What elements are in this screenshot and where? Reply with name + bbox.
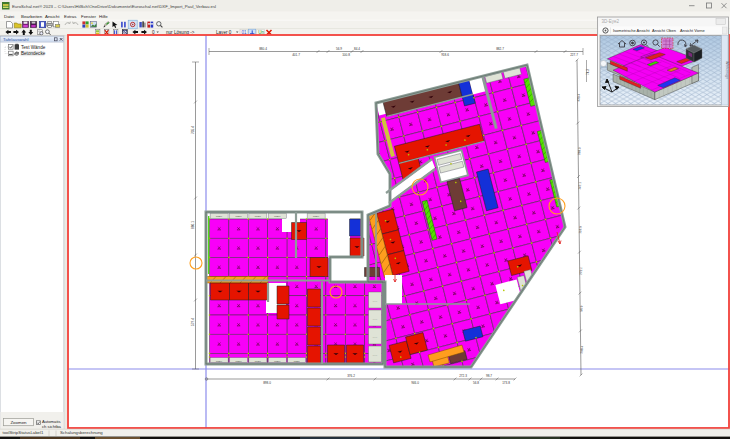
svg-text:Ansicht Vorne: Ansicht Vorne [680, 28, 705, 33]
svg-text:EuroSchal.net® 2023 – C:\Use: EuroSchal.net® 2023 – C:\Users\HilSch\On… [12, 4, 216, 9]
svg-text:ch sichtba: ch sichtba [42, 424, 62, 429]
svg-text:173.8: 173.8 [502, 381, 510, 385]
svg-text:880.1: 880.1 [191, 221, 195, 229]
svg-text:nur Lösung ->: nur Lösung -> [166, 30, 195, 35]
svg-text:Datei: Datei [4, 14, 14, 19]
svg-text:L03xx: L03xx [313, 215, 320, 217]
svg-text:3D-Eye2: 3D-Eye2 [602, 19, 620, 24]
svg-text:116.9: 116.9 [578, 226, 583, 234]
svg-text:Bearbeiten: Bearbeiten [21, 14, 43, 19]
svg-text:84.4: 84.4 [354, 47, 360, 51]
svg-text:376.2: 376.2 [347, 374, 355, 378]
svg-text:L03xx: L03xx [255, 215, 262, 217]
svg-text:Zoomen: Zoomen [10, 420, 27, 425]
svg-text:Werkzeuge: Werkzeuge [725, 61, 729, 79]
svg-text:——: —— [373, 336, 378, 339]
svg-text:Tafelauswahl: Tafelauswahl [3, 37, 28, 42]
svg-text:882.7: 882.7 [496, 47, 504, 51]
svg-text:918.6: 918.6 [441, 53, 449, 57]
svg-text:56.9: 56.9 [336, 47, 342, 51]
svg-text:880.4: 880.4 [259, 47, 267, 51]
svg-text:——: —— [373, 300, 378, 303]
svg-text:L03xx: L03xx [294, 360, 301, 362]
svg-text:——: —— [373, 318, 378, 321]
svg-text:56.8: 56.8 [473, 381, 479, 385]
svg-text:0: 0 [152, 30, 155, 35]
svg-text:Automatis: Automatis [42, 419, 61, 424]
svg-text:100.8: 100.8 [342, 53, 350, 57]
svg-text:401.7: 401.7 [292, 53, 300, 57]
svg-text:Ansicht: Ansicht [45, 14, 60, 19]
svg-text:272.3: 272.3 [459, 374, 467, 378]
svg-text:439.4: 439.4 [576, 93, 581, 101]
svg-text:227.7: 227.7 [570, 53, 578, 57]
svg-text:L03xx: L03xx [274, 360, 281, 362]
svg-text:L03xx: L03xx [255, 360, 262, 362]
svg-text:273.1: 273.1 [579, 267, 584, 275]
svg-text:L03xx: L03xx [235, 215, 242, 217]
svg-text:142.1: 142.1 [578, 182, 583, 190]
svg-text:Extras: Extras [64, 14, 77, 19]
svg-text:705.4: 705.4 [191, 126, 195, 134]
svg-text:L03xx: L03xx [235, 360, 242, 362]
svg-text:Schalungsberechnung: Schalungsberechnung [60, 430, 103, 435]
svg-text:74.3: 74.3 [586, 69, 590, 75]
svg-text:Fenster: Fenster [81, 14, 96, 19]
svg-text:——: —— [373, 354, 378, 357]
svg-text:L03xx: L03xx [216, 360, 223, 362]
svg-text:Layer 0: Layer 0 [216, 30, 232, 35]
svg-text:Hilfe: Hilfe [99, 14, 108, 19]
svg-text:L03xx: L03xx [216, 215, 223, 217]
svg-text:288.0: 288.0 [577, 147, 582, 155]
svg-text:579.4: 579.4 [191, 318, 195, 326]
svg-text:toolStripStatusLabel1: toolStripStatusLabel1 [3, 430, 44, 435]
svg-text:946.0: 946.0 [411, 381, 419, 385]
svg-text:898.0: 898.0 [263, 381, 271, 385]
svg-text:Ansicht Oben: Ansicht Oben [652, 28, 676, 33]
svg-text:56.9: 56.9 [579, 305, 583, 312]
svg-text:Test Wände: Test Wände [21, 45, 46, 50]
svg-text:Betondecke: Betondecke [21, 51, 46, 56]
svg-text:98.7: 98.7 [486, 374, 492, 378]
svg-text:Isometrische Ansicht: Isometrische Ansicht [613, 28, 651, 33]
svg-text:L03xx: L03xx [274, 215, 281, 217]
svg-text:298.4: 298.4 [580, 345, 585, 353]
